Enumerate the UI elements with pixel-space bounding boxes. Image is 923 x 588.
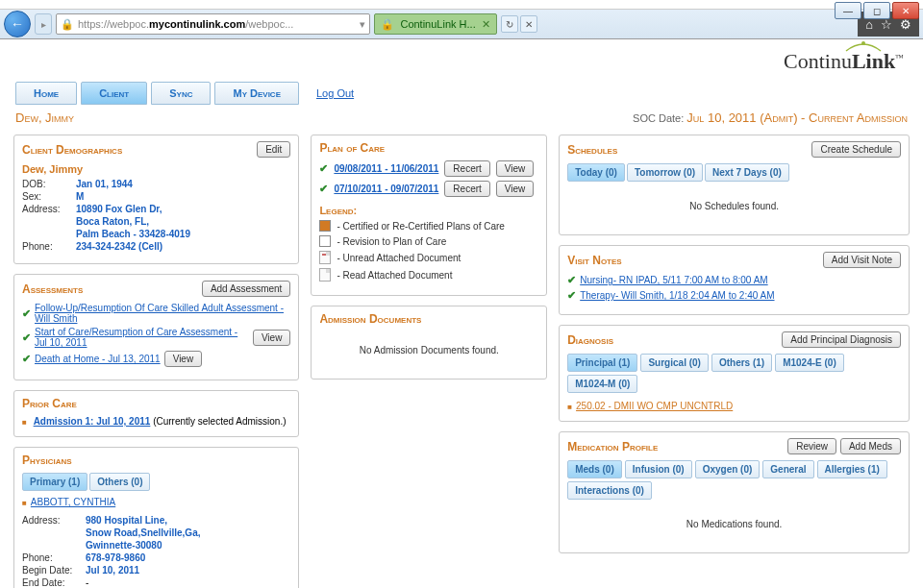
minimize-button[interactable]: — (835, 2, 861, 19)
schedules-panel: Schedules Create Schedule Today (0) Tomo… (559, 135, 910, 235)
recert-button[interactable]: Recert (444, 160, 489, 177)
add-assessment-button[interactable]: Add Assessment (202, 281, 290, 297)
tab-interactions[interactable]: Interactions (0) (567, 481, 652, 500)
end-value: - (86, 577, 88, 588)
window-controls: — ◻ ✕ (835, 2, 919, 19)
nav-mydevice[interactable]: My Device (214, 82, 299, 105)
site-identity[interactable]: 🔒 ContinuLink H... ✕ (374, 13, 496, 35)
tab-general[interactable]: General (762, 460, 813, 478)
legend-title: Legend: (319, 205, 538, 216)
tab-primary[interactable]: Primary (1) (22, 473, 87, 491)
url-bar[interactable]: 🔒 https://webpoc.mycontinulink.com/webpo… (56, 13, 370, 35)
adm-docs-msg: No Admission Documents found. (319, 331, 538, 369)
browser-nav-row: ← ▸ 🔒 https://webpoc.mycontinulink.com/w… (0, 10, 923, 38)
url-suffix: /webpoc... (245, 18, 293, 30)
physicians-title: Physicians (22, 453, 72, 467)
tab-m1024e[interactable]: M1024-E (0) (775, 354, 844, 372)
view-button[interactable]: View (496, 181, 535, 197)
tab-others-phys[interactable]: Others (0) (89, 473, 150, 491)
end-label: End Date: (22, 577, 86, 588)
back-button[interactable]: ← (4, 11, 31, 37)
tab-tomorrow[interactable]: Tomorrow (0) (627, 163, 703, 182)
meds-panel: Medication Profile Review Add Meds Meds … (559, 431, 910, 553)
physicians-panel: Physicians Primary (1) Others (0) ■ABBOT… (13, 447, 299, 588)
nav-sync[interactable]: Sync (151, 82, 211, 105)
recert-button[interactable]: Recert (444, 181, 489, 197)
diagnosis-link[interactable]: 250.02 - DMII WO CMP UNCNTRLD (576, 401, 733, 411)
refresh-button[interactable]: ↻ (501, 15, 518, 33)
add-visitnote-button[interactable]: Add Visit Note (823, 252, 901, 268)
assessment-link-1[interactable]: Follow-Up/Resumption Of Care Skilled Adu… (35, 303, 290, 324)
schedules-msg: No Schedules found. (567, 187, 901, 225)
dob-value: Jan 01, 1944 (76, 179, 133, 189)
physician-link[interactable]: ABBOTT, CYNTHIA (31, 497, 115, 507)
legend-3: - Unread Attached Document (337, 253, 461, 263)
poc-link-2[interactable]: 07/10/2011 - 09/07/2011 (334, 184, 438, 194)
subheader: Dew, Jimmy SOC Date: Jul 10, 2011 (Admit… (0, 105, 923, 129)
tab-m1024m[interactable]: M1024-M (0) (567, 375, 637, 393)
bullet-icon: ■ (22, 499, 27, 507)
forward-button[interactable]: ▸ (35, 13, 52, 35)
priorcare-panel: Prior Care ■ Admission 1: Jul 10, 2011 (… (13, 390, 299, 437)
tab-oxygen[interactable]: Oxygen (0) (695, 460, 761, 478)
legend-unread-icon (319, 251, 331, 264)
review-button[interactable]: Review (787, 438, 836, 454)
client-name-heading: Dew, Jimmy (15, 110, 74, 125)
view-button[interactable]: View (164, 351, 203, 367)
add-meds-button[interactable]: Add Meds (840, 438, 901, 454)
assessment-link-2[interactable]: Start of Care/Resumption of Care Assessm… (35, 327, 249, 348)
view-button[interactable]: View (253, 330, 291, 346)
tab-others-diag[interactable]: Others (1) (711, 354, 772, 372)
demographics-title: Client Demographics (22, 143, 122, 157)
tab-next7[interactable]: Next 7 Days (0) (705, 163, 789, 182)
check-icon: ✔ (567, 289, 576, 302)
admission-suffix: (Currently selected Admission.) (153, 416, 286, 427)
legend-2: - Revision to Plan of Care (337, 236, 446, 247)
assessments-panel: Assessments Add Assessment ✔Follow-Up/Re… (13, 274, 299, 380)
phys-addr-label: Address: (22, 515, 86, 526)
soc-info: SOC Date: Jul 10, 2011 (Admit) - Current… (633, 110, 908, 125)
browser-chrome: — ◻ ✕ ← ▸ 🔒 https://webpoc.mycontinulink… (0, 0, 923, 39)
svg-point-0 (861, 41, 865, 45)
close-button[interactable]: ✕ (892, 2, 919, 19)
assessment-link-3[interactable]: Death at Home - Jul 13, 2011 (35, 354, 161, 364)
stop-button[interactable]: ✕ (520, 15, 537, 33)
check-icon: ✔ (319, 183, 328, 195)
priorcare-title: Prior Care (22, 397, 77, 410)
tab-allergies[interactable]: Allergies (1) (817, 460, 887, 478)
view-button[interactable]: View (496, 160, 535, 177)
dob-label: DOB: (22, 179, 76, 189)
add-diagnosis-button[interactable]: Add Principal Diagnosis (782, 331, 901, 348)
visitnote-link-1[interactable]: Nursing- RN IPAD, 5/11 7:00 AM to 8:00 A… (580, 275, 767, 285)
sex-label: Sex: (22, 191, 76, 202)
nav-home[interactable]: Home (15, 82, 77, 105)
logout-link[interactable]: Log Out (316, 87, 354, 99)
edit-button[interactable]: Edit (257, 141, 290, 158)
admission-link[interactable]: Admission 1: Jul 10, 2011 (34, 416, 151, 427)
soc-value: Jul 10, 2011 (Admit) - Current Admission (686, 110, 908, 125)
site-label: ContinuLink H... (400, 18, 475, 30)
tab-today[interactable]: Today (0) (567, 163, 625, 182)
content-columns: Client Demographics Edit Dew, Jimmy DOB:… (0, 129, 923, 588)
tab-meds[interactable]: Meds (0) (567, 460, 622, 478)
create-schedule-button[interactable]: Create Schedule (811, 141, 901, 158)
poc-title: Plan of Care (319, 141, 385, 155)
tab-principal[interactable]: Principal (1) (567, 354, 637, 372)
visitnote-link-2[interactable]: Therapy- Will Smith, 1/18 2:04 AM to 2:4… (580, 290, 774, 301)
tab-surgical[interactable]: Surgical (0) (640, 354, 708, 372)
poc-panel: Plan of Care ✔09/08/2011 - 11/06/2011Rec… (311, 135, 547, 296)
visitnotes-title: Visit Notes (567, 254, 621, 267)
lock-icon: 🔒 (61, 18, 74, 31)
dropdown-icon[interactable]: ▾ (360, 18, 365, 31)
tab-infusion[interactable]: Infusion (0) (625, 460, 692, 478)
poc-link-1[interactable]: 09/08/2011 - 11/06/2011 (334, 163, 438, 174)
legend-1: - Certified or Re-Certified Plans of Car… (337, 221, 505, 232)
nav-client[interactable]: Client (81, 82, 147, 105)
assessments-title: Assessments (22, 282, 83, 296)
addr-l3: Palm Beach - 33428-4019 (76, 229, 190, 239)
begin-value: Jul 10, 2011 (86, 565, 139, 576)
site-x-icon[interactable]: ✕ (482, 18, 490, 31)
maximize-button[interactable]: ◻ (863, 2, 890, 19)
diagnosis-panel: Diagnosis Add Principal Diagnosis Princi… (559, 325, 910, 422)
visitnotes-panel: Visit Notes Add Visit Note ✔Nursing- RN … (559, 245, 910, 315)
